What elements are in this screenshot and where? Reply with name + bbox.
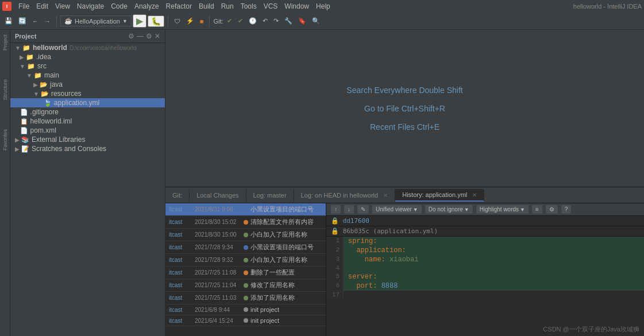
log-row-1[interactable]: itcast 2021/8/30 15:02 清除配置文件所有内容 [165, 216, 326, 229]
tree-ext-libs[interactable]: ▶ 📚 External Libraries [10, 135, 165, 144]
bookmark-button[interactable]: 🔖 [296, 16, 308, 26]
menu-run[interactable]: Run [218, 1, 237, 11]
diff-file-info: 86b035c (application.yml) [343, 227, 438, 235]
tree-scratches[interactable]: ▶ 📝 Scratches and Consoles [10, 144, 165, 153]
tab-log-head[interactable]: Log: on HEAD in helloworld ✕ [294, 190, 396, 201]
hint-goto-text: Go to File [364, 104, 399, 113]
log-author-1: itcast [169, 219, 195, 225]
diff-toolbar: ↑ ↓ ✎ Unified viewer ▼ Do not ignore ▼ H… [326, 203, 644, 216]
menu-code[interactable]: Code [107, 1, 131, 11]
menu-analyze[interactable]: Analyze [131, 1, 163, 11]
log-msg-8: init project [250, 306, 279, 313]
log-dot-4 [244, 258, 248, 262]
log-row-7[interactable]: itcast 2021/7/25 11:03 添加了应用名称 [165, 292, 326, 304]
diff-help-button[interactable]: ? [561, 205, 572, 214]
diff-edit-button[interactable]: ✎ [357, 205, 369, 214]
menu-tools[interactable]: Tools [237, 1, 260, 11]
tree-java[interactable]: ▶ 📂 java [10, 80, 165, 89]
build-button[interactable]: 🔧 [282, 16, 295, 26]
log-author-4: itcast [169, 257, 195, 263]
tree-application-yml[interactable]: 🍃 application.yml [10, 98, 165, 107]
panel-expand-icon[interactable]: ✕ [155, 32, 160, 40]
favorites-sidebar-icon[interactable]: Favorites [1, 127, 9, 153]
tree-idea[interactable]: ▶ 📁 .idea [10, 52, 165, 61]
app-icon: I [2, 2, 11, 11]
log-msg-7: 添加了应用名称 [250, 293, 295, 302]
log-row-3[interactable]: itcast 2021/7/28 9:34 小黑设置项目的端口号 [165, 241, 326, 254]
log-author-5: itcast [169, 269, 195, 276]
tree-pom[interactable]: 📄 pom.xml [10, 126, 165, 135]
diff-highlight-selector[interactable]: Highlight words ▼ [476, 205, 529, 214]
menu-file[interactable]: File [15, 1, 33, 11]
diff-settings-button[interactable]: ≡ [532, 205, 542, 214]
panel-settings-icon[interactable]: ⚙ [128, 32, 134, 40]
tab-git[interactable]: Git: [165, 190, 190, 201]
yml-icon: 🍃 [44, 99, 52, 107]
menu-edit[interactable]: Edit [33, 1, 52, 11]
tree-gitignore[interactable]: 📄 .gitignore [10, 107, 165, 117]
tab-history[interactable]: History: application.yml ✕ [395, 189, 484, 202]
diff-gear-button[interactable]: ⚙ [546, 205, 558, 214]
coverage-button[interactable]: 🛡 [172, 17, 183, 26]
redo-button[interactable]: ↷ [271, 16, 281, 26]
tree-root[interactable]: ▼ 📁 helloworld D:\code\xiaobai\helloworl… [10, 43, 165, 52]
menu-navigate[interactable]: Navigate [74, 1, 107, 11]
diff-up-button[interactable]: ↑ [331, 205, 341, 214]
stop-button[interactable]: ■ [198, 17, 206, 26]
structure-sidebar-icon[interactable]: Structure [1, 77, 9, 103]
idea-folder-icon: 📁 [26, 53, 34, 61]
git-update-button[interactable]: ✔ [225, 16, 234, 26]
search-button[interactable]: 🔍 [310, 16, 322, 26]
panel-close-icon[interactable]: — [137, 32, 144, 40]
log-row-2[interactable]: itcast 2021/8/30 15:00 小白加入了应用名称 [165, 229, 326, 241]
diff-ignore-selector[interactable]: Do not ignore ▼ [425, 205, 473, 214]
pom-label: pom.xml [30, 126, 56, 134]
log-row-4[interactable]: itcast 2021/7/28 9:32 小白加入了应用名称 [165, 254, 326, 267]
diff-viewer-selector[interactable]: Unified viewer ▼ [372, 205, 422, 214]
tree-src[interactable]: ▼ 📁 src [10, 61, 165, 71]
run-config-arrow: ▼ [122, 18, 128, 24]
menu-vcs[interactable]: VCS [260, 1, 281, 11]
window-title: helloworld - IntelliJ IDEA [573, 3, 642, 10]
project-sidebar-icon[interactable]: Project [1, 32, 9, 53]
menu-view[interactable]: View [52, 1, 74, 11]
separator-3 [209, 16, 210, 27]
save-button[interactable]: 💾 [2, 16, 15, 26]
tab-history-close[interactable]: ✕ [472, 192, 477, 198]
run-config-selector[interactable]: ☕ HelloApplication ▼ [60, 16, 132, 26]
back-button[interactable]: ← [30, 17, 41, 26]
undo-button[interactable]: ↶ [260, 16, 270, 26]
diff-highlight-arrow: ▼ [520, 207, 525, 213]
hint-search-shortcut: Double Shift [419, 86, 462, 95]
menu-help[interactable]: Help [313, 1, 334, 11]
tab-log-head-close[interactable]: ✕ [383, 192, 388, 199]
log-date-3: 2021/7/28 9:34 [195, 244, 244, 250]
log-row-0[interactable]: itcast 2021/8/31 9:06 小黑设置项目的端口号 [165, 203, 326, 216]
log-row-8[interactable]: itcast 2021/6/8 9:44 init project [165, 304, 326, 315]
java-label: java [50, 80, 63, 88]
menu-build[interactable]: Build [195, 1, 218, 11]
menu-window[interactable]: Window [281, 1, 313, 11]
forward-button[interactable]: → [42, 17, 53, 26]
diff-highlight-label: Highlight words [480, 206, 519, 213]
tree-main[interactable]: ▼ 📁 main [10, 71, 165, 80]
profile-button[interactable]: ⚡ [184, 16, 196, 26]
tab-log-master[interactable]: Log: master [246, 190, 294, 201]
menu-refactor[interactable]: Refactor [163, 1, 195, 11]
run-button[interactable]: ▶ [133, 14, 146, 28]
git-push-button[interactable]: ✔ [236, 16, 245, 26]
git-history-button[interactable]: 🕐 [246, 16, 259, 26]
log-row-9[interactable]: itcast 2021/6/4 15:24 init project [165, 315, 326, 326]
log-row-5[interactable]: itcast 2021/7/25 11:08 删除了一些配置 [165, 267, 326, 279]
idea-arrow: ▶ [20, 54, 24, 60]
log-row-6[interactable]: itcast 2021/7/25 11:04 修改了应用名称 [165, 279, 326, 292]
tab-local-changes[interactable]: Local Changes [190, 190, 246, 201]
sync-button[interactable]: 🔄 [16, 16, 29, 26]
gitignore-icon: 📄 [20, 109, 28, 116]
tree-iml[interactable]: 📋 helloworld.iml [10, 117, 165, 126]
diff-ignore-label: Do not ignore [429, 206, 463, 213]
diff-down-button[interactable]: ↓ [344, 205, 354, 214]
debug-button[interactable]: 🐛 [148, 16, 164, 27]
panel-gear-icon[interactable]: ⚙ [146, 32, 152, 40]
tree-resources[interactable]: ▼ 📂 resources [10, 89, 165, 98]
